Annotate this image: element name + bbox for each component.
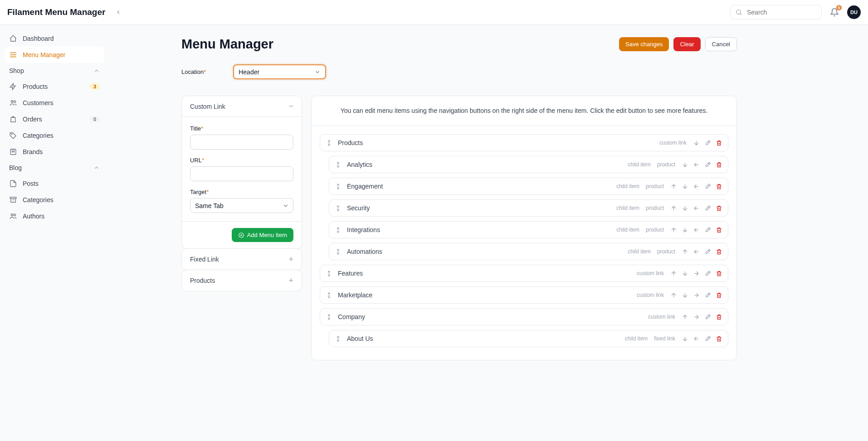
location-select[interactable]: Header [233,64,326,79]
arrow-down-button[interactable] [682,205,688,212]
edit-button[interactable] [704,140,711,146]
cancel-button[interactable]: Cancel [705,37,737,51]
arrow-left-button[interactable] [693,227,700,233]
drag-handle-icon[interactable] [335,227,341,233]
menu-item-title: Engagement [347,183,383,190]
arrow-up-button[interactable] [670,205,677,212]
sidebar-group-shop[interactable]: Shop [5,63,104,78]
arrow-up-button[interactable] [670,270,677,277]
arrow-left-button[interactable] [693,248,700,255]
delete-button[interactable] [716,248,722,255]
svg-point-11 [11,214,14,216]
svg-rect-9 [10,197,16,199]
drag-handle-icon[interactable] [335,248,341,255]
edit-button[interactable] [704,161,711,168]
sidebar-item-categories[interactable]: Categories [5,127,104,144]
sidebar-item-authors[interactable]: Authors [5,208,104,224]
delete-button[interactable] [716,292,722,299]
sidebar-item-orders[interactable]: Orders 0 [5,111,104,127]
arrow-up-button[interactable] [670,292,677,299]
avatar[interactable]: DU [847,5,861,19]
delete-button[interactable] [716,161,722,168]
svg-line-1 [740,14,741,15]
drag-handle-icon[interactable] [335,335,341,342]
item-tag: custom link [659,140,687,146]
tag-icon [9,131,17,140]
delete-button[interactable] [716,270,722,277]
save-button[interactable]: Save changes [619,37,669,51]
edit-button[interactable] [704,270,711,277]
sidebar-item-label: Dashboard [23,35,54,42]
edit-button[interactable] [704,205,711,212]
menu-item-row: Engagement child itemproduct [329,178,728,195]
custom-link-header[interactable]: Custom Link − [182,96,302,117]
edit-button[interactable] [704,292,711,299]
delete-button[interactable] [716,205,722,212]
arrow-down-button[interactable] [682,270,688,277]
target-select[interactable]: Same Tab [190,198,293,213]
clear-button[interactable]: Clear [673,37,700,51]
edit-button[interactable] [704,183,711,190]
title-input[interactable] [190,135,293,150]
sidebar-item-posts[interactable]: Posts [5,175,104,192]
drag-handle-icon[interactable] [326,270,332,277]
sidebar-item-products[interactable]: Products 3 [5,78,104,95]
svg-point-7 [11,134,12,135]
sidebar-item-dashboard[interactable]: Dashboard [5,30,104,47]
fixed-link-header[interactable]: Fixed Link + [182,249,302,270]
sidebar-item-brands[interactable]: Brands [5,144,104,160]
sidebar-item-blog-categories[interactable]: Categories [5,192,104,208]
arrow-down-button[interactable] [682,183,688,190]
arrow-up-button[interactable] [670,183,677,190]
arrow-right-button[interactable] [693,292,700,299]
edit-button[interactable] [704,227,711,233]
arrow-down-button[interactable] [682,161,688,168]
drag-handle-icon[interactable] [335,205,341,212]
sidebar-item-menu-manager[interactable]: Menu Manager [5,47,104,63]
app-title: Filament Menu Manager [7,7,105,17]
edit-button[interactable] [704,335,711,342]
menu-item-row: Products custom link [320,134,728,151]
arrow-left-button[interactable] [693,205,700,212]
arrow-right-button[interactable] [693,314,700,320]
drag-handle-icon[interactable] [326,292,332,299]
arrow-down-button[interactable] [682,227,688,233]
arrow-down-button[interactable] [693,140,700,146]
products-panel-title: Products [190,277,215,284]
delete-button[interactable] [716,183,722,190]
arrow-up-button[interactable] [682,314,688,320]
url-input[interactable] [190,166,293,181]
collapse-sidebar-button[interactable] [113,7,123,17]
arrow-left-button[interactable] [693,183,700,190]
page-title: Menu Manager [181,37,273,52]
delete-button[interactable] [716,314,722,320]
drag-handle-icon[interactable] [335,183,341,190]
sidebar-group-blog[interactable]: Blog [5,160,104,175]
drag-handle-icon[interactable] [326,314,332,320]
item-tag: product [646,205,664,211]
arrow-up-button[interactable] [682,248,688,255]
drag-handle-icon[interactable] [326,140,332,146]
arrow-down-button[interactable] [682,335,688,342]
edit-button[interactable] [704,314,711,320]
plus-icon: + [288,276,293,286]
arrow-up-button[interactable] [670,227,677,233]
arrow-left-button[interactable] [693,335,700,342]
search-input[interactable] [747,9,826,16]
edit-button[interactable] [704,248,711,255]
global-search[interactable] [730,5,822,19]
custom-link-panel: Custom Link − Title* URL* Tar [181,96,302,249]
add-menu-item-button[interactable]: Add Menu Item [232,228,293,242]
sidebar-item-label: Authors [23,213,44,220]
drag-handle-icon[interactable] [335,161,341,168]
arrow-down-button[interactable] [682,292,688,299]
notifications-button[interactable]: 0 [828,6,841,19]
sidebar-item-label: Menu Manager [23,51,65,58]
arrow-right-button[interactable] [693,270,700,277]
delete-button[interactable] [716,227,722,233]
products-panel-header[interactable]: Products + [182,270,302,291]
sidebar-item-customers[interactable]: Customers [5,95,104,111]
arrow-left-button[interactable] [693,161,700,168]
delete-button[interactable] [716,140,722,146]
delete-button[interactable] [716,335,722,342]
